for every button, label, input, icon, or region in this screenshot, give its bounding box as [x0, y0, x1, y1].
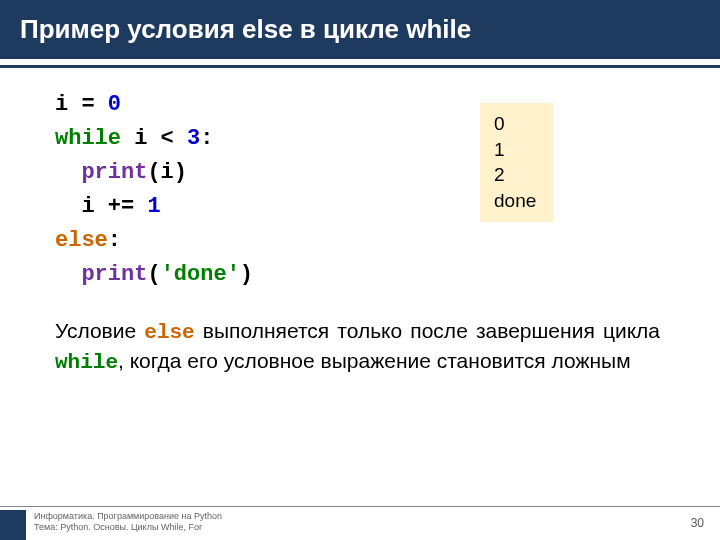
code-text: i <: [121, 126, 187, 151]
output-line: 1: [494, 137, 536, 163]
footer-accent-bar: [0, 510, 26, 540]
code-indent: [55, 160, 81, 185]
code-text: :: [200, 126, 213, 151]
code-text: ): [240, 262, 253, 287]
code-text: (i): [147, 160, 187, 185]
keyword-while: while: [55, 351, 118, 374]
footer-line2: Тема: Python. Основы. Циклы While, For: [34, 522, 222, 533]
code-text: i +=: [55, 194, 147, 219]
output-line: done: [494, 188, 536, 214]
code-keyword-else: else: [55, 228, 108, 253]
code-text: :: [108, 228, 121, 253]
output-line: 2: [494, 162, 536, 188]
code-number: 1: [147, 194, 160, 219]
slide-title: Пример условия else в цикле while: [20, 14, 471, 44]
code-number: 0: [108, 92, 121, 117]
explanation-text: Условие else выполняется только после за…: [55, 317, 680, 378]
code-number: 3: [187, 126, 200, 151]
code-func-print: print: [81, 160, 147, 185]
page-number: 30: [691, 516, 704, 530]
slide-content: i = 0 while i < 3: print(i) i += 1 else:…: [0, 68, 720, 377]
footer-line1: Информатика. Программирование на Python: [34, 511, 222, 522]
code-func-print: print: [81, 262, 147, 287]
text: выполняется только после завершения цикл…: [195, 319, 660, 342]
text: Условие: [55, 319, 144, 342]
footer-text: Информатика. Программирование на Python …: [34, 511, 222, 534]
code-string: 'done': [161, 262, 240, 287]
code-keyword-while: while: [55, 126, 121, 151]
slide-header: Пример условия else в цикле while: [0, 0, 720, 59]
code-indent: [55, 262, 81, 287]
output-box: 0 1 2 done: [480, 103, 554, 222]
code-text: i =: [55, 92, 108, 117]
output-line: 0: [494, 111, 536, 137]
code-text: (: [147, 262, 160, 287]
slide-footer: Информатика. Программирование на Python …: [0, 506, 720, 540]
text: , когда его условное выражение становитс…: [118, 349, 631, 372]
code-block: i = 0 while i < 3: print(i) i += 1 else:…: [55, 88, 680, 293]
keyword-else: else: [144, 321, 194, 344]
